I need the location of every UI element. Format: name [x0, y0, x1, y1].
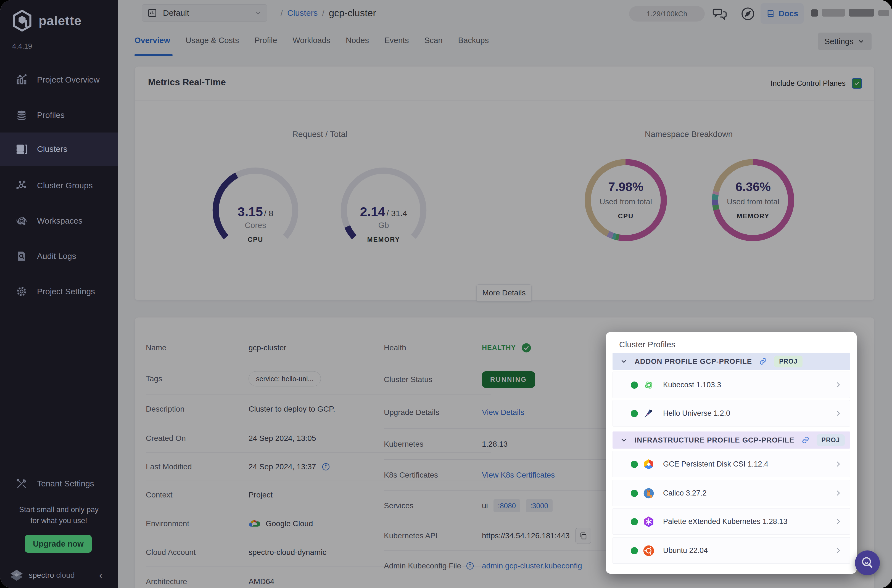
calico-icon: [643, 487, 655, 500]
layer-name: GCE Persistent Disk CSI 1.12.4: [663, 460, 768, 468]
link-icon: [801, 436, 810, 444]
search-fab-button[interactable]: [855, 550, 880, 575]
layer-name: Calico 3.27.2: [663, 489, 707, 498]
sidebar-item-label: Project Settings: [37, 287, 95, 296]
profile-layer-hello-universe[interactable]: Hello Universe 1.2.0: [613, 400, 850, 426]
sidebar: palette 4.4.19 Project Overview Profiles…: [0, 0, 118, 588]
chevron-down-icon: [620, 436, 628, 444]
profile-layer-calico[interactable]: Calico 3.27.2: [613, 480, 850, 506]
profile-layer-ubuntu[interactable]: Ubuntu 22.04: [613, 537, 850, 564]
sidebar-item-project-settings[interactable]: Project Settings: [0, 276, 118, 307]
layers-icon: [15, 109, 28, 121]
sidebar-item-profiles[interactable]: Profiles: [0, 100, 118, 130]
status-dot: [631, 490, 638, 497]
hello-universe-icon: [643, 408, 655, 420]
sidebar-item-audit-logs[interactable]: Audit Logs: [0, 241, 118, 272]
sidebar-item-label: Tenant Settings: [37, 479, 94, 488]
gce-persistent-disk-icon: [643, 458, 655, 470]
clusters-icon: [15, 143, 28, 155]
ubuntu-icon: [643, 544, 655, 557]
sidebar-footer: spectro cloud ‹: [0, 562, 118, 588]
panel-title: Cluster Profiles: [619, 340, 675, 349]
layer-name: Palette eXtended Kubernetes 1.28.13: [663, 518, 787, 526]
scope-badge: PROJ: [817, 434, 845, 446]
cluster-groups-icon: [15, 179, 28, 192]
chart-overview-icon: [15, 74, 28, 86]
profile-layer-gce-pd[interactable]: GCE Persistent Disk CSI 1.12.4: [613, 451, 850, 477]
profile-layer-kubecost[interactable]: Kubecost 1.103.3: [613, 372, 850, 398]
upgrade-promo-text: Start small and only pay for what you us…: [0, 504, 118, 526]
status-dot: [631, 461, 638, 468]
chevron-right-icon: [834, 410, 842, 417]
layer-name: Kubecost 1.103.3: [663, 381, 721, 389]
sidebar-item-label: Profiles: [37, 110, 65, 120]
palette-logo-icon: [12, 10, 32, 32]
footer-brand-text: spectro cloud: [29, 571, 75, 580]
status-dot: [631, 518, 638, 525]
gear-icon: [15, 285, 28, 298]
sidebar-item-label: Cluster Groups: [37, 181, 93, 190]
sidebar-item-label: Workspaces: [37, 216, 83, 225]
profile-layer-pxk[interactable]: Palette eXtended Kubernetes 1.28.13: [613, 508, 850, 535]
sidebar-item-label: Clusters: [37, 144, 68, 154]
chevron-right-icon: [834, 547, 842, 554]
brand: palette: [12, 10, 81, 32]
sidebar-item-workspaces[interactable]: Workspaces: [0, 206, 118, 236]
cluster-profiles-panel: Cluster Profiles ADDON PROFILE GCP-PROFI…: [606, 332, 857, 574]
layer-name: Hello Universe 1.2.0: [663, 409, 730, 418]
link-icon: [758, 357, 767, 366]
tools-icon: [15, 478, 28, 490]
chevron-right-icon: [834, 489, 842, 497]
magnifier-smile-icon: [860, 555, 875, 570]
sidebar-item-cluster-groups[interactable]: Cluster Groups: [0, 170, 118, 201]
scope-badge: PROJ: [774, 356, 802, 368]
workspaces-icon: [15, 215, 28, 227]
audit-logs-icon: [15, 250, 28, 262]
addon-profile-header[interactable]: ADDON PROFILE GCP-PROFILE PROJ: [613, 353, 850, 370]
layer-name: Ubuntu 22.04: [663, 546, 708, 555]
chevron-right-icon: [834, 518, 842, 525]
spectro-cloud-logo-icon: [9, 568, 24, 582]
app-window: palette 4.4.19 Project Overview Profiles…: [0, 0, 892, 588]
sidebar-item-label: Audit Logs: [37, 252, 76, 261]
sidebar-item-clusters[interactable]: Clusters: [0, 132, 118, 166]
sidebar-item-project-overview[interactable]: Project Overview: [0, 64, 118, 95]
chevron-down-icon: [620, 357, 628, 366]
kubecost-icon: [643, 379, 655, 391]
status-dot: [631, 410, 638, 417]
sidebar-item-label: Project Overview: [37, 75, 100, 84]
palette-extended-kubernetes-icon: [643, 516, 655, 528]
status-dot: [631, 547, 638, 554]
chevron-right-icon: [834, 381, 842, 388]
sidebar-collapse-chevron[interactable]: ‹: [99, 570, 102, 580]
sidebar-item-tenant-settings[interactable]: Tenant Settings: [0, 468, 118, 499]
infrastructure-profile-header[interactable]: INFRASTRUCTURE PROFILE GCP-PROFILE PROJ: [613, 432, 850, 448]
main-content: Default / Clusters / gcp-cluster 1.29/10…: [118, 0, 892, 588]
brand-name: palette: [39, 13, 81, 28]
upgrade-now-button[interactable]: Upgrade now: [25, 535, 92, 553]
profile-header-label: ADDON PROFILE GCP-PROFILE: [635, 357, 752, 366]
profile-header-label: INFRASTRUCTURE PROFILE GCP-PROFILE: [635, 436, 794, 444]
status-dot: [631, 381, 638, 388]
version-label: 4.4.19: [12, 42, 32, 51]
chevron-right-icon: [834, 460, 842, 468]
